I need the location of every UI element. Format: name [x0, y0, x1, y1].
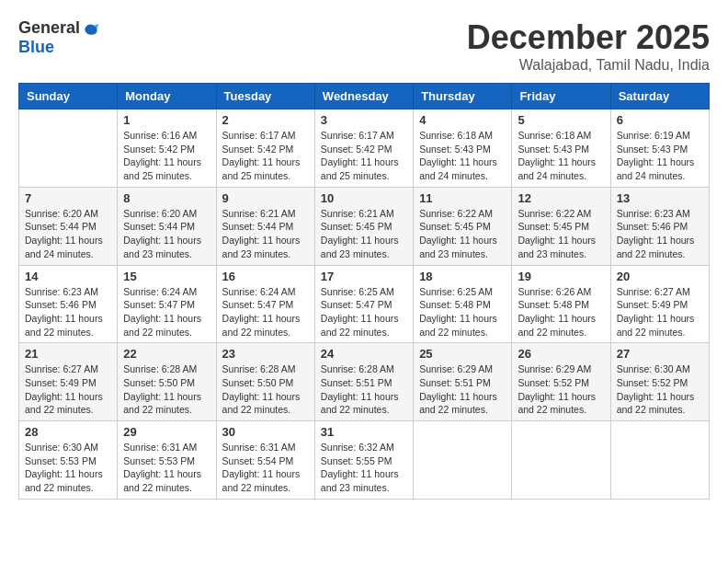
- calendar-cell: 26Sunrise: 6:29 AMSunset: 5:52 PMDayligh…: [512, 343, 610, 421]
- weekday-header-saturday: Saturday: [610, 84, 709, 109]
- day-info: Sunrise: 6:25 AMSunset: 5:47 PMDaylight:…: [321, 285, 407, 339]
- day-number: 29: [123, 425, 210, 439]
- day-number: 24: [321, 347, 407, 361]
- day-number: 25: [419, 347, 506, 361]
- calendar-cell: 16Sunrise: 6:24 AMSunset: 5:47 PMDayligh…: [216, 265, 314, 343]
- day-info: Sunrise: 6:29 AMSunset: 5:52 PMDaylight:…: [518, 362, 604, 417]
- day-number: 6: [617, 113, 703, 127]
- logo-blue-text: Blue: [18, 38, 54, 57]
- calendar-cell: 9Sunrise: 6:21 AMSunset: 5:44 PMDaylight…: [216, 187, 314, 265]
- calendar-table: SundayMondayTuesdayWednesdayThursdayFrid…: [18, 83, 710, 500]
- day-info: Sunrise: 6:29 AMSunset: 5:51 PMDaylight:…: [419, 362, 506, 417]
- day-info: Sunrise: 6:30 AMSunset: 5:52 PMDaylight:…: [617, 362, 703, 417]
- day-info: Sunrise: 6:22 AMSunset: 5:45 PMDaylight:…: [518, 207, 604, 261]
- day-info: Sunrise: 6:30 AMSunset: 5:53 PMDaylight:…: [25, 441, 111, 495]
- day-info: Sunrise: 6:17 AMSunset: 5:42 PMDaylight:…: [321, 129, 407, 183]
- logo: General Blue: [18, 18, 100, 57]
- calendar-cell: 20Sunrise: 6:27 AMSunset: 5:49 PMDayligh…: [610, 265, 709, 343]
- day-info: Sunrise: 6:27 AMSunset: 5:49 PMDaylight:…: [617, 285, 703, 339]
- day-number: 27: [617, 347, 703, 361]
- day-info: Sunrise: 6:23 AMSunset: 5:46 PMDaylight:…: [617, 207, 703, 261]
- day-info: Sunrise: 6:28 AMSunset: 5:50 PMDaylight:…: [123, 362, 210, 417]
- day-number: 26: [518, 347, 604, 361]
- day-number: 18: [419, 270, 506, 283]
- location: Walajabad, Tamil Nadu, India: [467, 57, 710, 74]
- day-number: 22: [123, 347, 210, 361]
- day-number: 23: [222, 347, 309, 361]
- day-info: Sunrise: 6:21 AMSunset: 5:45 PMDaylight:…: [321, 207, 407, 261]
- day-number: 7: [25, 191, 111, 205]
- day-number: 31: [321, 425, 407, 439]
- day-info: Sunrise: 6:18 AMSunset: 5:43 PMDaylight:…: [518, 129, 604, 183]
- day-info: Sunrise: 6:20 AMSunset: 5:44 PMDaylight:…: [25, 207, 111, 261]
- calendar-cell: 1Sunrise: 6:16 AMSunset: 5:42 PMDaylight…: [118, 109, 216, 188]
- calendar-week-row: 21Sunrise: 6:27 AMSunset: 5:49 PMDayligh…: [19, 343, 710, 421]
- day-info: Sunrise: 6:27 AMSunset: 5:49 PMDaylight:…: [25, 362, 111, 417]
- day-number: 10: [321, 191, 407, 205]
- day-number: 9: [222, 191, 309, 205]
- month-title: December 2025: [467, 18, 710, 57]
- title-section: December 2025 Walajabad, Tamil Nadu, Ind…: [467, 18, 710, 74]
- calendar-cell: 22Sunrise: 6:28 AMSunset: 5:50 PMDayligh…: [118, 343, 216, 421]
- calendar-cell: 29Sunrise: 6:31 AMSunset: 5:53 PMDayligh…: [118, 421, 216, 500]
- calendar-cell: 8Sunrise: 6:20 AMSunset: 5:44 PMDaylight…: [118, 187, 216, 265]
- calendar-cell: 14Sunrise: 6:23 AMSunset: 5:46 PMDayligh…: [19, 265, 118, 343]
- day-number: 4: [419, 113, 506, 127]
- day-number: 28: [25, 425, 111, 439]
- day-number: 17: [321, 270, 407, 283]
- day-info: Sunrise: 6:16 AMSunset: 5:42 PMDaylight:…: [123, 129, 210, 183]
- day-number: 15: [123, 270, 210, 283]
- calendar-cell: 28Sunrise: 6:30 AMSunset: 5:53 PMDayligh…: [19, 421, 118, 500]
- day-number: 13: [617, 191, 703, 205]
- calendar-cell: 24Sunrise: 6:28 AMSunset: 5:51 PMDayligh…: [314, 343, 413, 421]
- day-info: Sunrise: 6:28 AMSunset: 5:50 PMDaylight:…: [222, 362, 309, 417]
- calendar-cell: 12Sunrise: 6:22 AMSunset: 5:45 PMDayligh…: [512, 187, 610, 265]
- calendar-cell: [512, 421, 610, 500]
- day-number: 19: [518, 270, 604, 283]
- day-info: Sunrise: 6:26 AMSunset: 5:48 PMDaylight:…: [518, 285, 604, 339]
- calendar-cell: 27Sunrise: 6:30 AMSunset: 5:52 PMDayligh…: [610, 343, 709, 421]
- day-number: 5: [518, 113, 604, 127]
- day-info: Sunrise: 6:23 AMSunset: 5:46 PMDaylight:…: [25, 285, 111, 339]
- day-number: 16: [222, 270, 309, 283]
- calendar-week-row: 7Sunrise: 6:20 AMSunset: 5:44 PMDaylight…: [19, 187, 710, 265]
- weekday-header-sunday: Sunday: [19, 84, 118, 109]
- weekday-header-tuesday: Tuesday: [216, 84, 314, 109]
- weekday-header-friday: Friday: [512, 84, 610, 109]
- day-info: Sunrise: 6:28 AMSunset: 5:51 PMDaylight:…: [321, 362, 407, 417]
- calendar-cell: 4Sunrise: 6:18 AMSunset: 5:43 PMDaylight…: [414, 109, 512, 188]
- calendar-cell: 11Sunrise: 6:22 AMSunset: 5:45 PMDayligh…: [414, 187, 512, 265]
- calendar-cell: 31Sunrise: 6:32 AMSunset: 5:55 PMDayligh…: [314, 421, 413, 500]
- logo-icon: [82, 19, 100, 38]
- day-info: Sunrise: 6:17 AMSunset: 5:42 PMDaylight:…: [222, 129, 309, 183]
- calendar-cell: 19Sunrise: 6:26 AMSunset: 5:48 PMDayligh…: [512, 265, 610, 343]
- day-number: 8: [123, 191, 210, 205]
- day-info: Sunrise: 6:24 AMSunset: 5:47 PMDaylight:…: [123, 285, 210, 339]
- day-info: Sunrise: 6:20 AMSunset: 5:44 PMDaylight:…: [123, 207, 210, 261]
- day-number: 11: [419, 191, 506, 205]
- day-number: 12: [518, 191, 604, 205]
- day-info: Sunrise: 6:18 AMSunset: 5:43 PMDaylight:…: [419, 129, 506, 183]
- day-info: Sunrise: 6:32 AMSunset: 5:55 PMDaylight:…: [321, 441, 407, 495]
- weekday-header-wednesday: Wednesday: [314, 84, 413, 109]
- day-info: Sunrise: 6:21 AMSunset: 5:44 PMDaylight:…: [222, 207, 309, 261]
- day-info: Sunrise: 6:22 AMSunset: 5:45 PMDaylight:…: [419, 207, 506, 261]
- day-number: 21: [25, 347, 111, 361]
- calendar-cell: 17Sunrise: 6:25 AMSunset: 5:47 PMDayligh…: [314, 265, 413, 343]
- calendar-cell: 6Sunrise: 6:19 AMSunset: 5:43 PMDaylight…: [610, 109, 709, 188]
- calendar-week-row: 28Sunrise: 6:30 AMSunset: 5:53 PMDayligh…: [19, 421, 710, 500]
- calendar-cell: 7Sunrise: 6:20 AMSunset: 5:44 PMDaylight…: [19, 187, 118, 265]
- calendar-cell: 15Sunrise: 6:24 AMSunset: 5:47 PMDayligh…: [118, 265, 216, 343]
- calendar-cell: 30Sunrise: 6:31 AMSunset: 5:54 PMDayligh…: [216, 421, 314, 500]
- day-info: Sunrise: 6:25 AMSunset: 5:48 PMDaylight:…: [419, 285, 506, 339]
- day-info: Sunrise: 6:31 AMSunset: 5:53 PMDaylight:…: [123, 441, 210, 495]
- calendar-cell: 3Sunrise: 6:17 AMSunset: 5:42 PMDaylight…: [314, 109, 413, 188]
- weekday-header-monday: Monday: [118, 84, 216, 109]
- weekday-header-thursday: Thursday: [414, 84, 512, 109]
- day-number: 14: [25, 270, 111, 283]
- calendar-cell: 25Sunrise: 6:29 AMSunset: 5:51 PMDayligh…: [414, 343, 512, 421]
- calendar-cell: [610, 421, 709, 500]
- calendar-cell: 13Sunrise: 6:23 AMSunset: 5:46 PMDayligh…: [610, 187, 709, 265]
- calendar-header-row: SundayMondayTuesdayWednesdayThursdayFrid…: [19, 84, 710, 109]
- calendar-cell: [414, 421, 512, 500]
